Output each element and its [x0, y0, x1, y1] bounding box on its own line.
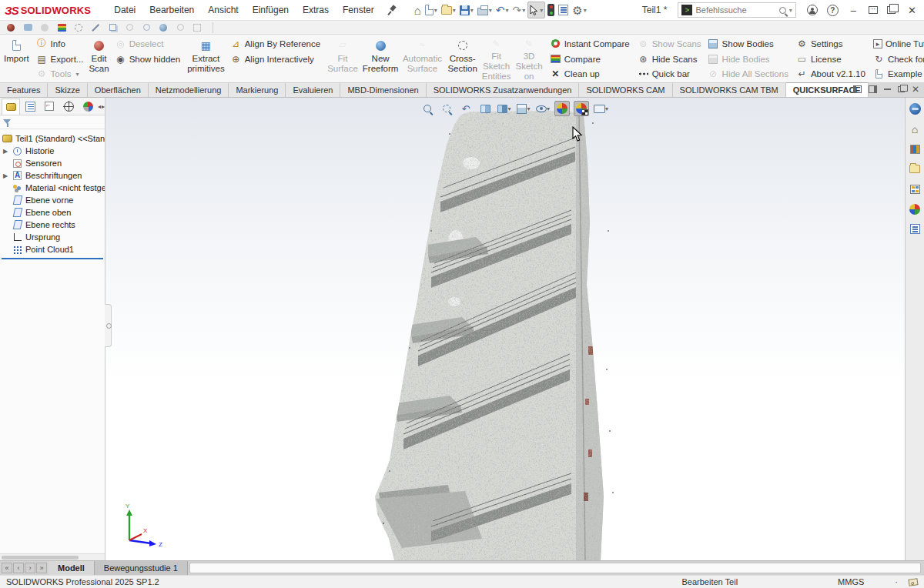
previous-view-button[interactable]: ↶ [458, 101, 474, 116]
tree-item-ebene-rechts[interactable]: Ebene rechts [0, 219, 105, 231]
open-button[interactable]: ▾ [440, 2, 457, 18]
scrollbar-thumb[interactable] [2, 556, 79, 560]
tab-evaluieren[interactable]: Evaluieren [286, 82, 340, 97]
tree-item-sensoren[interactable]: Sensoren [0, 157, 105, 169]
menu-einfuegen[interactable]: Einfügen [246, 2, 295, 18]
file-explorer-button[interactable] [907, 162, 922, 176]
sw-resources-button[interactable]: ⌂ [907, 122, 922, 136]
zoom-to-area-button[interactable] [439, 101, 454, 116]
check-for-update-button[interactable]: ↻Check for Update [873, 52, 924, 67]
menu-fenster[interactable]: Fenster [336, 2, 380, 18]
menu-bearbeiten[interactable]: Bearbeiten [143, 2, 200, 18]
menu-datei[interactable]: Datei [108, 2, 142, 18]
select-dropdown-arrow[interactable]: ▾ [540, 7, 543, 14]
pane-restore-icon[interactable] [898, 86, 905, 92]
expander-icon[interactable]: ▶ [3, 148, 9, 155]
options-button[interactable]: ⚙▾ [571, 2, 588, 18]
online-tutorials-button[interactable]: ▸Online Tutorials [873, 36, 924, 52]
extract-primitives-button[interactable]: ▦ Extract primitives [185, 35, 227, 82]
undo-button[interactable]: ↶▾ [494, 2, 511, 18]
pane-close-icon[interactable]: ✕ [912, 85, 919, 94]
selection-circle-icon[interactable] [74, 23, 83, 32]
panel-splitter-handle[interactable] [105, 304, 112, 347]
tree-item-ebene-oben[interactable]: Ebene oben [0, 206, 105, 219]
save-dropdown-arrow[interactable]: ▾ [470, 7, 474, 14]
command-search[interactable]: > ▾ [678, 2, 795, 18]
print-button[interactable]: ▾ [476, 2, 494, 18]
section-view-button[interactable] [477, 101, 493, 116]
dock-left-icon[interactable] [853, 85, 862, 93]
redo-dropdown-arrow[interactable]: ▾ [522, 7, 525, 14]
expander-icon[interactable]: ▶ [3, 172, 9, 179]
tab-solidworks-cam[interactable]: SOLIDWORKS CAM [579, 82, 672, 97]
tab-features[interactable]: Features [0, 82, 48, 97]
align-interactively-button[interactable]: ⊕Align Interactively [230, 52, 320, 67]
filter-funnel-icon[interactable] [3, 119, 12, 125]
search-input[interactable] [695, 5, 775, 15]
menu-ansicht[interactable]: Ansicht [202, 2, 244, 18]
model-tab[interactable]: Modell [49, 561, 95, 575]
line-tool-icon[interactable] [91, 23, 100, 32]
dropdown-arrow[interactable]: ▾ [547, 105, 550, 112]
tree-root-part[interactable]: Teil1 (Standard) <<Standard: [0, 132, 105, 145]
hide-show-items-button[interactable] [554, 101, 570, 116]
license-button[interactable]: ▭License [796, 52, 865, 67]
tab-zusatzanwendungen[interactable]: SOLIDWORKS Zusatzanwendungen [427, 82, 580, 97]
instant-compare-button[interactable]: Instant Compare [550, 36, 630, 52]
rollback-bar[interactable] [2, 258, 103, 259]
tab-oberflaechen[interactable]: Oberflächen [88, 82, 149, 97]
dimxpert-tab[interactable] [59, 99, 78, 115]
options-dropdown-arrow[interactable]: ▾ [584, 7, 587, 14]
edit-appearance-button[interactable] [574, 101, 589, 116]
graphics-viewport[interactable]: Y Z X ↶ ▾ ▾ ▾ ▾ [105, 98, 905, 560]
search-icon[interactable] [779, 7, 786, 14]
open-dropdown-arrow[interactable]: ▾ [453, 7, 456, 14]
redo-button[interactable]: ↷▾ [511, 2, 527, 18]
custom-properties-button[interactable] [907, 222, 922, 236]
dock-right-icon[interactable] [869, 85, 877, 93]
clean-up-button[interactable]: ✕Clean up [550, 66, 630, 82]
tab-scroll-prev-button[interactable]: ‹ [13, 563, 24, 573]
dropdown-arrow[interactable]: ▾ [507, 105, 511, 112]
tab-scroll-next-button[interactable]: › [25, 563, 35, 573]
select-tool-button[interactable]: ▾ [527, 2, 545, 18]
example-files-button[interactable]: Example Files▾ [873, 66, 924, 82]
configurationmanager-tab[interactable] [40, 99, 59, 115]
dynamic-annotation-button[interactable]: ▾ [497, 101, 512, 116]
tab-netzmodellierung[interactable]: Netzmodellierung [149, 82, 229, 97]
about-button[interactable]: ↵About v2.1.10 [796, 66, 865, 82]
import-button[interactable]: Import [2, 35, 32, 82]
menu-extras[interactable]: Extras [296, 2, 335, 18]
home-button[interactable]: ⌂ [413, 2, 423, 18]
rebuild-button[interactable] [546, 2, 556, 18]
tree-item-beschriftungen[interactable]: ▶ A Beschriftungen [0, 169, 105, 182]
compare-button[interactable]: Compare [550, 52, 630, 67]
sphere-primitive-icon[interactable] [159, 23, 168, 32]
new-dropdown-arrow[interactable]: ▾ [434, 7, 437, 14]
tab-solidworks-cam-tbm[interactable]: SOLIDWORKS CAM TBM [673, 82, 786, 97]
new-freeform-button[interactable]: New Freeform [360, 35, 401, 82]
display-style-button[interactable]: ▾ [535, 101, 551, 116]
minimize-button[interactable]: – [848, 5, 859, 16]
tab-markierung[interactable]: Markierung [229, 82, 286, 97]
new-document-button[interactable]: ▾ [424, 2, 439, 18]
tree-item-historie[interactable]: ▶ Historie [0, 145, 105, 157]
save-button[interactable]: ▾ [458, 2, 475, 18]
file-properties-button[interactable] [557, 2, 570, 18]
propertymanager-tab[interactable] [21, 99, 39, 115]
hide-scans-button[interactable]: ⊛Hide Scans [638, 52, 701, 67]
tab-scroll-last-button[interactable]: » [36, 563, 47, 573]
appearances-button[interactable] [907, 202, 922, 216]
edit-scan-button[interactable]: Edit Scan [86, 35, 111, 82]
dropdown-arrow[interactable]: ▾ [605, 105, 608, 112]
restore-button[interactable] [887, 6, 896, 14]
undo-dropdown-arrow[interactable]: ▾ [506, 7, 509, 14]
tree-item-point-cloud[interactable]: Point Cloud1 [0, 243, 105, 256]
tree-item-ursprung[interactable]: Ursprung [0, 231, 105, 243]
copy-tool-icon[interactable] [108, 23, 117, 32]
search-dropdown-arrow[interactable]: ▾ [789, 7, 792, 14]
view-settings-button[interactable]: ▾ [593, 101, 609, 116]
quick-bar-button[interactable]: Quick bar [638, 66, 701, 82]
tag-icon[interactable] [908, 578, 918, 586]
zoom-to-fit-button[interactable] [420, 101, 435, 116]
